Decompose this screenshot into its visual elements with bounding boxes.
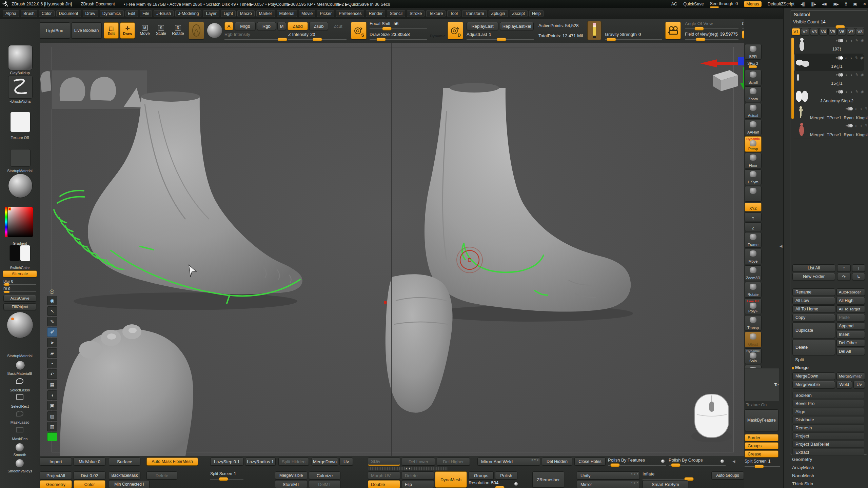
menu-item[interactable]: Layer: [203, 10, 219, 17]
active-color-swatch[interactable]: [47, 432, 57, 441]
dist-slider[interactable]: Dist 0.02: [74, 471, 105, 480]
new-folder-button[interactable]: New Folder: [792, 273, 835, 280]
menu-item[interactable]: Help: [529, 10, 544, 17]
maskpen-icon[interactable]: [16, 427, 23, 432]
contrast-icon[interactable]: ◑: [850, 56, 852, 60]
right-tray-divider-icon[interactable]: ||||▸: [811, 2, 816, 6]
m-button[interactable]: M: [277, 22, 286, 30]
copy-button[interactable]: Copy: [792, 314, 835, 321]
mergedown-button-bottom[interactable]: MergeDown: [312, 458, 338, 466]
gravity-strength-slider[interactable]: Gravity Strength0: [605, 32, 662, 40]
zcut-button[interactable]: Zcut: [330, 22, 347, 30]
del-hidden-button[interactable]: Del Hidden: [542, 458, 572, 466]
all-high-button[interactable]: All High: [836, 297, 865, 304]
cursor-tool-icon[interactable]: ↖: [47, 306, 57, 316]
blur-slider[interactable]: Blur 0: [3, 279, 36, 285]
right-shelf-button[interactable]: Ghost: [745, 332, 762, 347]
split-hidden-button[interactable]: Split Hidden: [278, 458, 309, 466]
scale-button[interactable]: SScale: [153, 22, 169, 39]
insert-button[interactable]: Insert: [836, 331, 865, 338]
close-holes-button[interactable]: Close Holes: [574, 458, 606, 466]
hue-strip[interactable]: [5, 207, 7, 237]
right-shelf-button[interactable]: Dynamic Solo: [745, 348, 762, 364]
right-shelf-button[interactable]: AAHalf: [745, 120, 762, 135]
lightbox-button[interactable]: LightBox: [39, 22, 70, 39]
chat-icon[interactable]: ◖: [47, 390, 57, 400]
slider-handle[interactable]: [671, 463, 680, 467]
menu-item[interactable]: Light: [221, 10, 236, 17]
draw-size-slider[interactable]: Draw Size23.30558: [370, 32, 427, 40]
autoreorder-button[interactable]: AutoReorder: [836, 288, 865, 296]
drag-icon[interactable]: ▾: [835, 89, 837, 94]
visible-count-slider[interactable]: Visible Count14: [793, 19, 864, 27]
mergevisible-button-bottom[interactable]: MergeVisible: [275, 471, 307, 480]
min-connected-button[interactable]: Min Connected I: [109, 480, 150, 488]
right-shelf-button[interactable]: Floor: [745, 153, 762, 168]
groups-button-bottom[interactable]: Groups: [469, 471, 494, 480]
menu-item[interactable]: J-Modeling: [175, 10, 201, 17]
move-to-folder-button[interactable]: ↷: [837, 273, 851, 280]
menu-item[interactable]: Movie: [299, 10, 315, 17]
subtool-item-icons[interactable]: ▾ ◐ ◑ ✎ ◉: [810, 73, 864, 77]
replay-last-button[interactable]: ReplayLast: [467, 22, 498, 30]
freehand-brush-thumbnail[interactable]: [8, 76, 33, 99]
brush-icon[interactable]: ✎: [855, 73, 858, 77]
viewport-canvas[interactable]: ☉ ◉ ↖ ✎ ✐ ➤ ▰ • ↶ ▦ ◖ ▣ ▤ ▥: [40, 43, 744, 456]
image-icon[interactable]: ▣: [47, 401, 57, 410]
right-shelf-button[interactable]: Actual: [745, 103, 762, 119]
sculpt-scene[interactable]: [40, 43, 744, 456]
menu-item[interactable]: Draw: [83, 10, 98, 17]
mirror-button[interactable]: Mirrorx y z: [577, 480, 640, 488]
brush-icon[interactable]: ✎: [855, 38, 858, 43]
all-low-button[interactable]: All Low: [792, 297, 835, 304]
subtool-visibility-tab[interactable]: V3: [810, 28, 818, 35]
dynamic-draw-size-icon-button[interactable]: D: [448, 22, 463, 39]
slider-handle[interactable]: [376, 38, 386, 41]
menu-item[interactable]: Dynamics: [100, 10, 124, 17]
move-button[interactable]: MMove: [137, 22, 153, 39]
mergevisible-button[interactable]: MergeVisible: [792, 381, 835, 388]
flip-button[interactable]: Flip: [402, 480, 434, 488]
eraser-tool-icon[interactable]: ▰: [47, 348, 57, 358]
del-higher-button[interactable]: Del Higher: [437, 458, 470, 466]
menus-toggle-button[interactable]: Menus: [744, 1, 762, 7]
window-left-icon[interactable]: ◂▣: [822, 2, 827, 6]
lazyradius-slider[interactable]: LazyRadius 1: [245, 458, 276, 466]
subtool-item[interactable]: ▾ ◐ ◑ ✎ ◉ Merged_TPose1_Ryan_Kingslien: [794, 105, 864, 122]
bottom-sole-model[interactable]: [386, 274, 453, 412]
del-all-button[interactable]: Del All: [836, 348, 865, 355]
subtool-visibility-tab[interactable]: V4: [819, 28, 828, 35]
close-icon[interactable]: ✕: [863, 2, 866, 6]
bottom-left-foot-model[interactable]: [60, 324, 193, 456]
masklasso-icon[interactable]: [16, 411, 23, 416]
inflate-slider[interactable]: Inflate: [643, 471, 693, 480]
polypaint-icon[interactable]: [840, 90, 843, 94]
menu-item[interactable]: Material: [277, 10, 297, 17]
contrast-icon[interactable]: ◑: [850, 73, 853, 77]
color-a-button[interactable]: A: [224, 22, 233, 30]
rgb-intensity-slider[interactable]: Rgb Intensity: [224, 32, 285, 40]
brush-icon[interactable]: ✎: [855, 89, 858, 94]
polish-by-groups-slider[interactable]: Polish By Groups: [669, 458, 726, 466]
polypaint-icon[interactable]: [849, 107, 853, 110]
crease-button[interactable]: Crease: [745, 450, 778, 458]
menu-item[interactable]: Document: [56, 10, 81, 17]
polypaint-icon[interactable]: [849, 124, 853, 127]
delete2-button[interactable]: Delete: [402, 471, 434, 480]
live-boolean-button[interactable]: Live Boolean: [71, 22, 102, 39]
slider-handle[interactable]: [4, 283, 9, 286]
subtool-item-icons[interactable]: ▾ ◐ ◑ ✎ ◉: [810, 89, 864, 94]
trash-icon[interactable]: ▦: [47, 380, 57, 389]
slider-handle[interactable]: [696, 38, 705, 41]
zsub-button[interactable]: Zsub: [309, 22, 328, 30]
angle-of-view-slider[interactable]: Angle Of View: [685, 21, 738, 29]
adjust-last-slider[interactable]: AdjustLast1: [467, 32, 534, 40]
menu-item[interactable]: Preferences: [336, 10, 364, 17]
tray-collapse-icon[interactable]: ◀: [780, 244, 782, 248]
import-button[interactable]: Import: [40, 458, 72, 466]
gravity-direction-widget[interactable]: [587, 21, 601, 40]
polypaint-icon[interactable]: [840, 56, 843, 60]
morph-uv-button[interactable]: Morph UV: [368, 471, 400, 480]
double-button[interactable]: Double: [368, 480, 400, 488]
storemt-button[interactable]: StoreMT: [275, 480, 307, 488]
